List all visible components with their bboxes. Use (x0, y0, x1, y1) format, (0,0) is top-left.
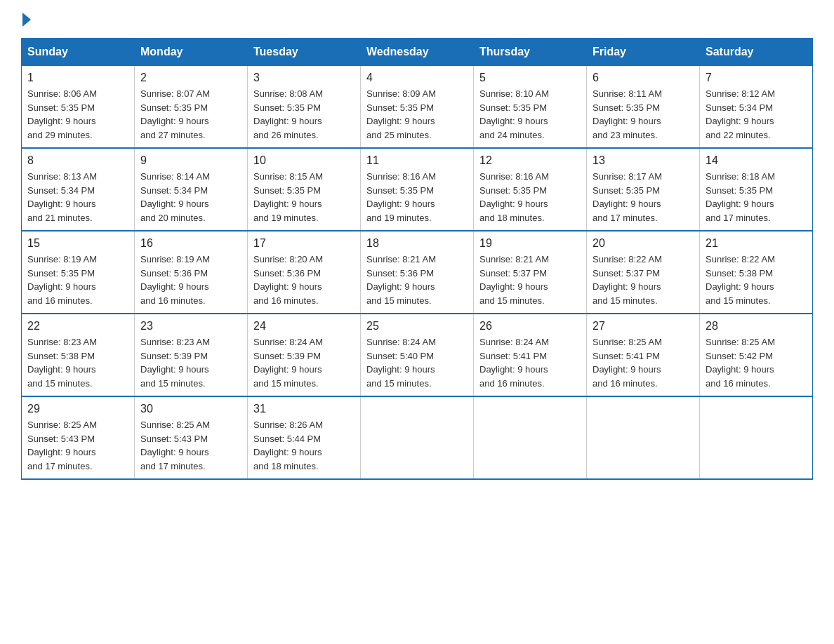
day-number: 19 (479, 237, 581, 250)
day-info: Sunrise: 8:16 AMSunset: 5:35 PMDaylight:… (366, 170, 468, 224)
day-number: 15 (27, 237, 128, 250)
calendar-header-friday: Friday (587, 39, 700, 66)
page-header (21, 14, 813, 24)
day-info: Sunrise: 8:07 AMSunset: 5:35 PMDaylight:… (140, 87, 241, 142)
day-number: 4 (366, 72, 468, 84)
day-number: 25 (366, 320, 468, 333)
day-number: 10 (253, 154, 355, 167)
day-number: 21 (706, 237, 807, 250)
calendar-cell: 20 Sunrise: 8:22 AMSunset: 5:37 PMDaylig… (587, 231, 700, 314)
day-number: 24 (253, 320, 355, 333)
calendar-cell (700, 396, 813, 479)
calendar-cell (587, 396, 700, 479)
day-number: 2 (140, 72, 241, 84)
day-info: Sunrise: 8:24 AMSunset: 5:40 PMDaylight:… (366, 335, 468, 390)
day-info: Sunrise: 8:18 AMSunset: 5:35 PMDaylight:… (706, 170, 807, 224)
day-number: 6 (593, 72, 694, 84)
calendar-table: SundayMondayTuesdayWednesdayThursdayFrid… (21, 38, 813, 480)
day-info: Sunrise: 8:25 AMSunset: 5:42 PMDaylight:… (706, 335, 807, 390)
calendar-cell: 27 Sunrise: 8:25 AMSunset: 5:41 PMDaylig… (587, 314, 700, 396)
day-info: Sunrise: 8:23 AMSunset: 5:39 PMDaylight:… (140, 335, 241, 390)
calendar-cell: 28 Sunrise: 8:25 AMSunset: 5:42 PMDaylig… (700, 314, 813, 396)
day-number: 30 (140, 403, 241, 415)
day-info: Sunrise: 8:11 AMSunset: 5:35 PMDaylight:… (593, 87, 694, 142)
day-number: 7 (706, 72, 807, 84)
day-info: Sunrise: 8:17 AMSunset: 5:35 PMDaylight:… (593, 170, 694, 224)
calendar-cell (361, 396, 474, 479)
calendar-cell: 14 Sunrise: 8:18 AMSunset: 5:35 PMDaylig… (700, 148, 813, 231)
calendar-week-row: 1 Sunrise: 8:06 AMSunset: 5:35 PMDayligh… (22, 66, 813, 149)
calendar-cell: 4 Sunrise: 8:09 AMSunset: 5:35 PMDayligh… (361, 66, 474, 149)
day-number: 28 (706, 320, 807, 333)
calendar-cell: 19 Sunrise: 8:21 AMSunset: 5:37 PMDaylig… (474, 231, 587, 314)
calendar-cell: 18 Sunrise: 8:21 AMSunset: 5:36 PMDaylig… (361, 231, 474, 314)
day-info: Sunrise: 8:22 AMSunset: 5:37 PMDaylight:… (593, 253, 694, 307)
day-info: Sunrise: 8:26 AMSunset: 5:44 PMDaylight:… (253, 418, 355, 473)
calendar-cell: 22 Sunrise: 8:23 AMSunset: 5:38 PMDaylig… (22, 314, 135, 396)
day-info: Sunrise: 8:12 AMSunset: 5:34 PMDaylight:… (706, 87, 807, 142)
logo (21, 14, 31, 24)
calendar-cell: 11 Sunrise: 8:16 AMSunset: 5:35 PMDaylig… (361, 148, 474, 231)
day-info: Sunrise: 8:15 AMSunset: 5:35 PMDaylight:… (253, 170, 355, 224)
day-info: Sunrise: 8:25 AMSunset: 5:43 PMDaylight:… (27, 418, 128, 473)
day-number: 27 (593, 320, 694, 333)
calendar-header-wednesday: Wednesday (361, 39, 474, 66)
logo-arrow-icon (22, 13, 31, 27)
day-info: Sunrise: 8:24 AMSunset: 5:41 PMDaylight:… (479, 335, 581, 390)
calendar-cell: 23 Sunrise: 8:23 AMSunset: 5:39 PMDaylig… (135, 314, 248, 396)
day-info: Sunrise: 8:10 AMSunset: 5:35 PMDaylight:… (479, 87, 581, 142)
day-info: Sunrise: 8:21 AMSunset: 5:37 PMDaylight:… (479, 253, 581, 307)
day-number: 13 (593, 154, 694, 167)
day-number: 26 (479, 320, 581, 333)
day-info: Sunrise: 8:25 AMSunset: 5:41 PMDaylight:… (593, 335, 694, 390)
day-info: Sunrise: 8:20 AMSunset: 5:36 PMDaylight:… (253, 253, 355, 307)
calendar-cell: 12 Sunrise: 8:16 AMSunset: 5:35 PMDaylig… (474, 148, 587, 231)
day-number: 9 (140, 154, 241, 167)
calendar-header-saturday: Saturday (700, 39, 813, 66)
calendar-cell: 31 Sunrise: 8:26 AMSunset: 5:44 PMDaylig… (248, 396, 361, 479)
calendar-week-row: 22 Sunrise: 8:23 AMSunset: 5:38 PMDaylig… (22, 314, 813, 396)
calendar-header-tuesday: Tuesday (248, 39, 361, 66)
day-number: 18 (366, 237, 468, 250)
calendar-header-row: SundayMondayTuesdayWednesdayThursdayFrid… (22, 39, 813, 66)
day-number: 16 (140, 237, 241, 250)
day-number: 17 (253, 237, 355, 250)
calendar-cell: 6 Sunrise: 8:11 AMSunset: 5:35 PMDayligh… (587, 66, 700, 149)
calendar-cell: 5 Sunrise: 8:10 AMSunset: 5:35 PMDayligh… (474, 66, 587, 149)
day-number: 12 (479, 154, 581, 167)
day-info: Sunrise: 8:09 AMSunset: 5:35 PMDaylight:… (366, 87, 468, 142)
day-info: Sunrise: 8:22 AMSunset: 5:38 PMDaylight:… (706, 253, 807, 307)
calendar-cell: 26 Sunrise: 8:24 AMSunset: 5:41 PMDaylig… (474, 314, 587, 396)
calendar-header-thursday: Thursday (474, 39, 587, 66)
calendar-cell: 21 Sunrise: 8:22 AMSunset: 5:38 PMDaylig… (700, 231, 813, 314)
calendar-cell: 29 Sunrise: 8:25 AMSunset: 5:43 PMDaylig… (22, 396, 135, 479)
day-number: 23 (140, 320, 241, 333)
day-number: 20 (593, 237, 694, 250)
calendar-cell: 9 Sunrise: 8:14 AMSunset: 5:34 PMDayligh… (135, 148, 248, 231)
calendar-cell: 10 Sunrise: 8:15 AMSunset: 5:35 PMDaylig… (248, 148, 361, 231)
day-number: 8 (27, 154, 128, 167)
day-info: Sunrise: 8:25 AMSunset: 5:43 PMDaylight:… (140, 418, 241, 473)
day-number: 31 (253, 403, 355, 415)
calendar-cell: 15 Sunrise: 8:19 AMSunset: 5:35 PMDaylig… (22, 231, 135, 314)
day-info: Sunrise: 8:21 AMSunset: 5:36 PMDaylight:… (366, 253, 468, 307)
day-info: Sunrise: 8:23 AMSunset: 5:38 PMDaylight:… (27, 335, 128, 390)
calendar-header-sunday: Sunday (22, 39, 135, 66)
day-info: Sunrise: 8:24 AMSunset: 5:39 PMDaylight:… (253, 335, 355, 390)
day-number: 22 (27, 320, 128, 333)
calendar-cell: 30 Sunrise: 8:25 AMSunset: 5:43 PMDaylig… (135, 396, 248, 479)
day-info: Sunrise: 8:16 AMSunset: 5:35 PMDaylight:… (479, 170, 581, 224)
calendar-cell: 13 Sunrise: 8:17 AMSunset: 5:35 PMDaylig… (587, 148, 700, 231)
day-number: 1 (27, 72, 128, 84)
calendar-cell: 16 Sunrise: 8:19 AMSunset: 5:36 PMDaylig… (135, 231, 248, 314)
calendar-week-row: 29 Sunrise: 8:25 AMSunset: 5:43 PMDaylig… (22, 396, 813, 479)
day-number: 3 (253, 72, 355, 84)
calendar-cell: 25 Sunrise: 8:24 AMSunset: 5:40 PMDaylig… (361, 314, 474, 396)
calendar-cell (474, 396, 587, 479)
calendar-cell: 17 Sunrise: 8:20 AMSunset: 5:36 PMDaylig… (248, 231, 361, 314)
day-info: Sunrise: 8:14 AMSunset: 5:34 PMDaylight:… (140, 170, 241, 224)
calendar-week-row: 8 Sunrise: 8:13 AMSunset: 5:34 PMDayligh… (22, 148, 813, 231)
day-info: Sunrise: 8:19 AMSunset: 5:36 PMDaylight:… (140, 253, 241, 307)
calendar-header-monday: Monday (135, 39, 248, 66)
day-info: Sunrise: 8:19 AMSunset: 5:35 PMDaylight:… (27, 253, 128, 307)
